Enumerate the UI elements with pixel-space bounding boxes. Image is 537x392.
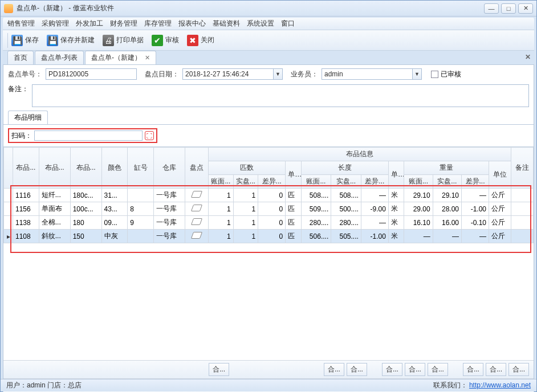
sales-dropdown[interactable]: ▼ <box>322 68 422 80</box>
close-icon: ✖ <box>187 35 198 46</box>
data-grid[interactable]: 布品... 布品... 布品... 颜色 缸号 仓库 盘点 布品信息 备注 匹数… <box>3 147 534 243</box>
sum-button[interactable]: 合... <box>428 363 448 376</box>
date-label: 盘点日期： <box>145 70 179 79</box>
sales-input[interactable] <box>322 68 413 80</box>
save-button[interactable]: 💾保存 <box>11 35 39 46</box>
window-title: 盘点单-（新建） - 傲蓝布业软件 <box>17 3 484 13</box>
sum-button[interactable]: 合... <box>324 363 344 376</box>
menu-outsource[interactable]: 外发加工 <box>76 19 103 28</box>
sum-button[interactable]: 合... <box>382 363 402 376</box>
print-button[interactable]: 🖨打印单据 <box>103 35 144 46</box>
remark-label: 备注： <box>8 84 29 94</box>
menu-finance[interactable]: 财务管理 <box>110 19 137 28</box>
dropdown-arrow-icon[interactable]: ▼ <box>413 68 422 80</box>
sum-button[interactable]: 合... <box>508 363 529 376</box>
toolbar: 💾保存 💾保存并新建 🖨打印单据 ✔审核 ✖关闭 <box>3 30 534 51</box>
tab-new[interactable]: 盘点单-（新建）✕ <box>85 51 156 64</box>
grid: 布品... 布品... 布品... 颜色 缸号 仓库 盘点 布品信息 备注 匹数… <box>3 146 534 334</box>
app-icon <box>4 4 13 13</box>
content-panel: 盘点单号： 盘点日期： ▼ 业务员： ▼ 已审核 备注： 布品明细 扫码： <box>3 64 534 392</box>
tab-bar: 首页 盘点单-列表 盘点单-（新建）✕ ✕ <box>3 51 534 64</box>
app-window: 盘点单-（新建） - 傲蓝布业软件 — □ ✕ 销售管理 采购管理 外发加工 财… <box>0 0 537 392</box>
save-new-button[interactable]: 💾保存并新建 <box>47 35 95 46</box>
doc-no-input[interactable] <box>46 68 137 80</box>
sum-button[interactable]: 合... <box>486 363 506 376</box>
printer-icon: 🖨 <box>103 35 114 46</box>
sales-label: 业务员： <box>291 70 318 79</box>
eraser-icon[interactable] <box>191 205 202 211</box>
sum-button[interactable]: 合... <box>209 363 229 376</box>
menu-window[interactable]: 窗口 <box>281 19 295 28</box>
eraser-icon[interactable] <box>191 218 202 225</box>
save-icon: 💾 <box>11 35 23 46</box>
audit-button[interactable]: ✔审核 <box>152 35 179 46</box>
tab-list[interactable]: 盘点单-列表 <box>35 51 84 64</box>
menu-settings[interactable]: 系统设置 <box>247 19 274 28</box>
save-new-icon: 💾 <box>47 35 58 46</box>
sum-button[interactable]: 合... <box>463 363 483 376</box>
tab-home[interactable]: 首页 <box>7 51 34 64</box>
sum-button[interactable]: 合... <box>347 363 367 376</box>
grid-footer: 合... 合... 合... 合... 合... 合... 合... 合... … <box>3 360 534 378</box>
maximize-button[interactable]: □ <box>501 3 516 14</box>
contact-label: 联系我们： <box>433 381 467 389</box>
date-picker[interactable]: ▼ <box>182 68 283 80</box>
scan-icon[interactable]: ⛶ <box>145 131 154 140</box>
menu-inventory[interactable]: 库存管理 <box>144 19 172 28</box>
check-icon: ✔ <box>152 35 163 46</box>
remark-input[interactable] <box>32 84 529 107</box>
header-form: 盘点单号： 盘点日期： ▼ 业务员： ▼ 已审核 <box>3 65 534 83</box>
status-left: 用户：admin 门店：总店 <box>6 381 82 390</box>
menu-bar: 销售管理 采购管理 外发加工 财务管理 库存管理 报表中心 基础资料 系统设置 … <box>3 18 534 30</box>
menu-basedata[interactable]: 基础资料 <box>213 19 240 28</box>
menu-report[interactable]: 报表中心 <box>178 19 206 28</box>
sub-tab-detail[interactable]: 布品明细 <box>8 111 48 124</box>
eraser-icon[interactable] <box>191 232 202 239</box>
table-row[interactable]: 1138全棉...18009...9一号库110匹280....280....—… <box>4 216 534 230</box>
close-button[interactable]: ✖关闭 <box>187 35 214 46</box>
tabbar-close-icon[interactable]: ✕ <box>525 53 531 61</box>
minimize-button[interactable]: — <box>484 3 499 14</box>
table-row[interactable]: 1156单面布100c...43...8一号库110匹509....500...… <box>4 202 534 216</box>
table-row[interactable]: 1116短纤...180c...31...一号库110匹508....508..… <box>4 189 534 202</box>
scan-input[interactable] <box>34 130 143 141</box>
scan-area: 扫码： ⛶ <box>8 128 157 143</box>
tab-close-icon[interactable]: ✕ <box>145 54 150 62</box>
menu-sales[interactable]: 销售管理 <box>7 19 35 28</box>
close-window-button[interactable]: ✕ <box>518 3 533 14</box>
eraser-icon[interactable] <box>191 191 202 198</box>
dropdown-arrow-icon[interactable]: ▼ <box>274 68 283 80</box>
titlebar: 盘点单-（新建） - 傲蓝布业软件 — □ ✕ <box>1 1 536 17</box>
date-input[interactable] <box>182 68 274 80</box>
status-bar: 用户：admin 门店：总店 联系我们： http://www.aolan.ne… <box>1 379 536 391</box>
doc-no-label: 盘点单号： <box>8 70 42 79</box>
table-row[interactable]: ▸1108斜纹...150中灰一号库110匹506....505....-1.0… <box>4 230 534 243</box>
scan-label: 扫码： <box>11 131 32 141</box>
audited-checkbox[interactable]: 已审核 <box>431 70 461 79</box>
contact-link[interactable]: http://www.aolan.net <box>469 381 531 389</box>
menu-purchase[interactable]: 采购管理 <box>42 19 69 28</box>
sum-button[interactable]: 合... <box>405 363 425 376</box>
